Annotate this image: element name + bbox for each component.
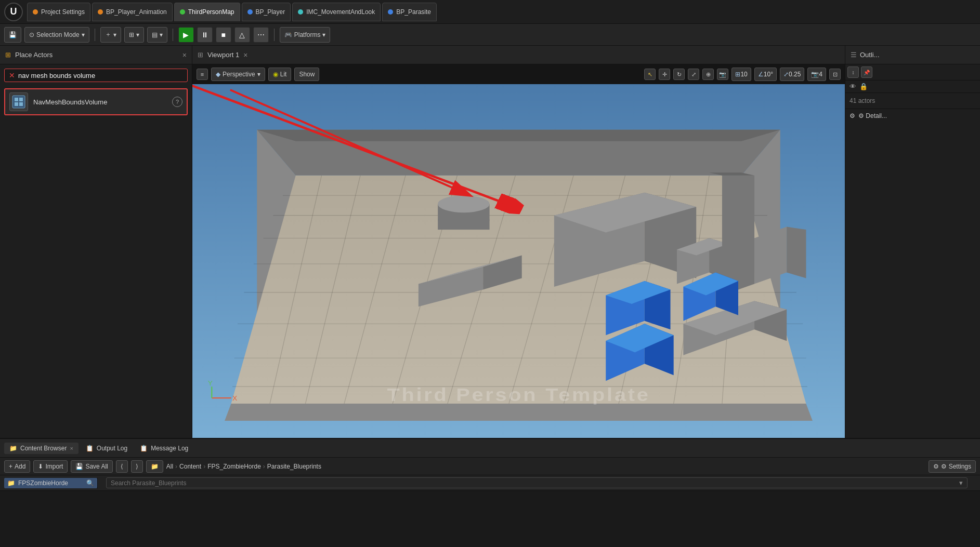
- scale-tool-button[interactable]: ⤢: [688, 69, 699, 80]
- viewport-tab: ⊞ Viewport 1 ×: [192, 46, 845, 64]
- outliner-icon: ☰: [851, 51, 857, 59]
- svg-rect-1: [15, 98, 18, 101]
- details-icon: ⚙: [850, 112, 855, 119]
- outliner-eye-icon[interactable]: 👁: [850, 83, 856, 90]
- search-dropdown-icon[interactable]: ▾: [959, 479, 963, 487]
- search-clear-icon[interactable]: ✕: [9, 71, 15, 79]
- save-button[interactable]: 💾: [4, 27, 21, 43]
- nav-back-button[interactable]: ⟨: [116, 460, 128, 473]
- selection-mode-icon: ⊙: [29, 31, 34, 38]
- tab-label-imc-movement: IMC_MovementAndLook: [306, 8, 375, 16]
- place-actors-close[interactable]: ×: [182, 51, 187, 59]
- bottom-tab-content-browser[interactable]: 📁Content Browser×: [4, 443, 79, 454]
- content-search-input[interactable]: [111, 479, 959, 487]
- bottom-tab-message-log[interactable]: 📋Message Log: [135, 443, 193, 454]
- outliner-filter-btn[interactable]: ↕: [847, 66, 859, 78]
- settings-button[interactable]: ⚙ ⚙ Settings: [929, 460, 976, 473]
- breadcrumb: All›Content›FPS_ZombieHorde›Parasite_Blu…: [166, 463, 321, 470]
- outliner-toolbar: ↕ 📌: [845, 64, 980, 81]
- place-actors-header: ⊞ Place Actors ×: [0, 46, 192, 64]
- pause-button[interactable]: ⏸: [197, 27, 213, 43]
- breadcrumb-item-0[interactable]: All: [166, 463, 173, 470]
- outliner-header: ☰ Outli...: [845, 46, 980, 64]
- content-search-bar: ▾: [106, 477, 968, 488]
- breadcrumb-sep-0: ›: [175, 463, 177, 470]
- tab-dot-bp-parasite: [388, 9, 393, 15]
- platforms-icon: 🎮: [284, 31, 292, 38]
- angle-value: ∠ 10°: [754, 68, 777, 81]
- perspective-button[interactable]: ◆ Perspective ▾: [211, 68, 265, 81]
- maximize-button[interactable]: ⊡: [829, 69, 841, 80]
- file-tree-item[interactable]: 📁 FPSZombieHorde 🔍: [4, 478, 97, 488]
- selection-mode-button[interactable]: ⊙ Selection Mode ▾: [24, 27, 89, 43]
- platforms-button[interactable]: 🎮 Platforms ▾: [280, 27, 331, 43]
- tab-bp-player-animation[interactable]: BP_Player_Animation: [92, 3, 173, 21]
- bottom-tab-output-log[interactable]: 📋Output Log: [81, 443, 133, 454]
- bottom-search-area: 📁 FPSZombieHorde 🔍 ▾: [0, 475, 980, 491]
- tab-label-bp-player-animation: BP_Player_Animation: [106, 8, 167, 16]
- file-tree: 📁 FPSZombieHorde 🔍: [4, 478, 98, 488]
- tab-project-settings[interactable]: Project Settings: [27, 3, 90, 21]
- place-actors-icon: ⊞: [5, 51, 11, 59]
- bottom-tab-close-content-browser[interactable]: ×: [70, 445, 73, 451]
- play-button[interactable]: ▶: [178, 27, 194, 43]
- lit-button[interactable]: ◉ Lit: [268, 68, 292, 81]
- eject-button[interactable]: △: [234, 27, 250, 43]
- content-browser-toolbar: + Add ⬇ Import 💾 Save All ⟨ ⟩ 📁 All›Cont…: [0, 458, 980, 475]
- result-info-icon-nav-mesh-bounds-volume[interactable]: ?: [172, 97, 182, 107]
- scene-svg: Third Person Template X Y: [192, 84, 845, 438]
- details-button[interactable]: ⚙ ⚙ Detail...: [845, 109, 980, 123]
- svg-marker-45: [787, 227, 806, 278]
- layout-button[interactable]: ▤▾: [147, 27, 167, 43]
- tab-dot-bp-player-animation: [98, 9, 103, 15]
- place-actors-search-input[interactable]: [18, 72, 183, 79]
- svg-text:Third Person Template: Third Person Template: [387, 384, 650, 405]
- tab-third-person-map[interactable]: ThirdPersonMap: [174, 3, 240, 21]
- stop-button[interactable]: ■: [216, 27, 231, 43]
- tab-label-bp-parasite: BP_Parasite: [396, 8, 431, 16]
- 3d-scene: Third Person Template X Y: [192, 84, 845, 438]
- svg-rect-0: [12, 96, 25, 108]
- tab-imc-movement[interactable]: IMC_MovementAndLook: [292, 3, 381, 21]
- import-button[interactable]: ⬇ Import: [33, 460, 68, 473]
- show-label: Show: [299, 71, 315, 78]
- viewport-toolbar: ≡ ◆ Perspective ▾ ◉ Lit Show ↖ ✛ ↻ ⤢ ⊕ 📷…: [192, 64, 845, 84]
- outliner-lock-icon[interactable]: 🔒: [859, 83, 868, 90]
- tab-label-third-person-map: ThirdPersonMap: [188, 8, 234, 16]
- select-tool-button[interactable]: ↖: [644, 69, 656, 80]
- bottom-tabs: 📁Content Browser×📋Output Log📋Message Log: [0, 439, 980, 458]
- viewport-close-button[interactable]: ×: [243, 51, 247, 59]
- camera-button[interactable]: 📷: [717, 69, 728, 80]
- outliner-pin-btn[interactable]: 📌: [861, 66, 872, 78]
- viewport-grid-icon: ⊞: [198, 51, 203, 59]
- move-tool-button[interactable]: ✛: [659, 69, 670, 80]
- breadcrumb-item-1[interactable]: Content: [179, 463, 201, 470]
- lit-label: Lit: [280, 71, 287, 78]
- svg-rect-4: [19, 102, 23, 106]
- bottom-tab-icon-content-browser: 📁: [9, 445, 17, 452]
- breadcrumb-item-2[interactable]: FPS_ZombieHorde: [207, 463, 261, 470]
- rotate-tool-button[interactable]: ↻: [673, 69, 685, 80]
- main-toolbar: 💾 ⊙ Selection Mode ▾ ＋▾ ⊞▾ ▤▾ ▶ ⏸ ■ △ ⋯ …: [0, 24, 980, 46]
- tab-bp-parasite[interactable]: BP_Parasite: [382, 3, 437, 21]
- breadcrumb-item-3[interactable]: Parasite_Blueprints: [267, 463, 321, 470]
- add-content-button[interactable]: + Add: [4, 460, 30, 473]
- toolbar-sep-2: [173, 29, 173, 41]
- platforms-chevron: ▾: [322, 31, 325, 38]
- toolbar-sep-1: [95, 29, 95, 41]
- hamburger-button[interactable]: ≡: [197, 69, 208, 80]
- left-panel: ⊞ Place Actors × ✕ NavMeshBoundsVolume ?: [0, 46, 192, 438]
- snap-button[interactable]: ⊕: [702, 69, 714, 80]
- svg-marker-29: [225, 404, 813, 421]
- more-button[interactable]: ⋯: [253, 27, 269, 43]
- nav-fwd-button[interactable]: ⟩: [131, 460, 143, 473]
- result-item-nav-mesh-bounds-volume[interactable]: NavMeshBoundsVolume ?: [4, 88, 188, 115]
- tab-bp-player[interactable]: BP_Player: [242, 3, 291, 21]
- show-button[interactable]: Show: [294, 68, 319, 81]
- grid-button[interactable]: ⊞▾: [124, 27, 144, 43]
- save-all-button[interactable]: 💾 Save All: [71, 460, 112, 473]
- tab-label-project-settings: Project Settings: [41, 8, 85, 16]
- add-button[interactable]: ＋▾: [100, 27, 121, 43]
- bottom-tab-label-output-log: Output Log: [97, 445, 127, 452]
- folder-button[interactable]: 📁: [146, 460, 163, 473]
